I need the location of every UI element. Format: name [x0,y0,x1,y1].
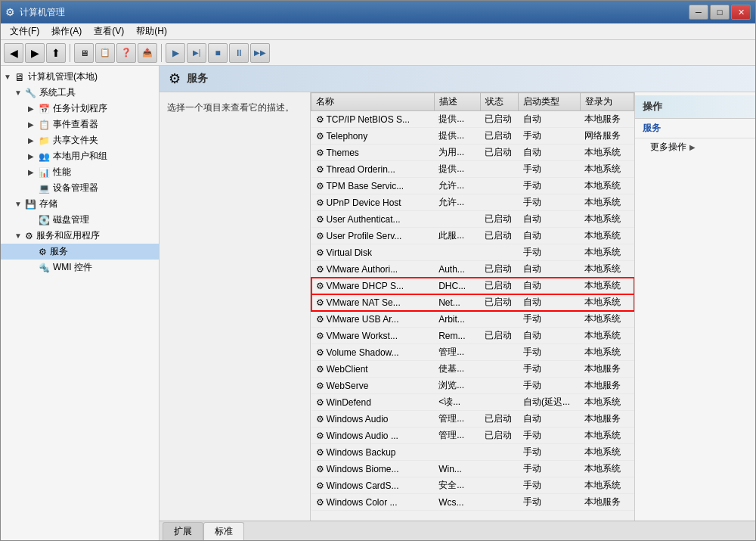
back-button[interactable]: ◀ [4,43,23,63]
service-login: 本地系统 [580,178,634,194]
action-sub-title: 服务 [635,119,755,138]
service-row-icon: ⚙ [316,231,324,241]
menu-file[interactable]: 文件(F) [4,23,45,39]
play-button[interactable]: ▶ [166,43,185,63]
table-row[interactable]: ⚙Thread Orderin...提供...手动本地系统 [311,161,634,178]
sidebar-item-system-tools[interactable]: ▼ 🔧 系统工具 [1,85,159,101]
tab-standard[interactable]: 标准 [203,522,244,540]
service-login: 本地系统 [580,477,634,494]
sidebar-item-event-viewer[interactable]: ▶ 📋 事件查看器 [1,117,159,132]
table-row[interactable]: ⚙Windows CardS...安全...手动本地系统 [311,477,634,494]
minimize-button[interactable]: ─ [689,5,708,20]
table-row[interactable]: ⚙TCP/IP NetBIOS S...提供...已启动自动本地服务 [311,111,634,128]
table-row[interactable]: ⚙Telephony提供...已启动手动网络服务 [311,128,634,145]
close-button[interactable]: ✕ [731,5,751,20]
restart-button[interactable]: ▶▶ [250,43,270,63]
service-name: ⚙VMware USB Ar... [311,311,435,328]
service-name: ⚙Volume Shadow... [311,344,435,361]
stop-button[interactable]: ■ [208,43,228,63]
table-row[interactable]: ⚙VMware Authori...Auth...已启动自动本地系统 [311,261,634,278]
properties-button[interactable]: 📋 [95,43,115,63]
service-status [480,394,519,411]
title-bar-left: ⚙ 计算机管理 [5,6,65,19]
sidebar-item-local-users[interactable]: ▶ 👥 本地用户和组 [1,148,159,164]
table-row[interactable]: ⚙User Profile Serv...此服...已启动自动本地系统 [311,228,634,244]
service-row-icon: ⚙ [316,264,324,275]
col-header-login[interactable]: 登录为 [580,93,634,111]
service-row-icon: ⚙ [316,314,324,325]
system-tools-icon: 🔧 [25,88,36,98]
forward-button[interactable]: ▶ [25,43,45,63]
show-console-button[interactable]: 🖥 [74,43,94,63]
toolbar-sep-2 [161,44,162,62]
sidebar: ▼ 🖥 计算机管理(本地) ▼ 🔧 系统工具 ▶ 📅 任务计划程序 ▶ 📋 事件… [1,66,160,540]
table-row[interactable]: ⚙TPM Base Servic...允许...手动本地系统 [311,178,634,194]
table-row[interactable]: ⚙WebServe浏览...手动本地服务 [311,378,634,394]
sidebar-item-disk-manager[interactable]: 💽 磁盘管理 [1,212,159,228]
more-actions-label: 更多操作 [650,141,686,154]
action-more-button[interactable]: 更多操作 ▶ [635,138,755,156]
service-startup: 自动 [519,411,580,428]
service-startup: 自动 [519,294,580,311]
play2-button[interactable]: ▶| [187,43,206,63]
table-row[interactable]: ⚙VMware NAT Se...Net...已启动自动本地系统 [311,294,634,311]
table-row[interactable]: ⚙Windows Audio ...管理...已启动手动本地系统 [311,428,634,444]
service-desc: 允许... [434,194,480,211]
service-name: ⚙Thread Orderin... [311,161,435,178]
table-row[interactable]: ⚙WinDefend<读...自动(延迟...本地系统 [311,394,634,411]
sidebar-task-label: 任务计划程序 [53,102,107,115]
table-row[interactable]: ⚙WebClient使基...手动本地服务 [311,361,634,378]
sidebar-item-services[interactable]: ⚙ 服务 [1,244,159,260]
service-status: 已启动 [480,328,519,344]
tab-expand[interactable]: 扩展 [163,522,203,540]
sidebar-item-shared-folders[interactable]: ▶ 📁 共享文件夹 [1,132,159,148]
export-button[interactable]: 📤 [138,43,157,63]
services-table-area[interactable]: 名称 描述 状态 启动类型 登录为 ⚙TCP/IP NetBIOS S...提供… [311,92,634,521]
service-desc: 浏览... [434,378,480,394]
service-status: 已启动 [480,211,519,228]
service-startup: 自动 [519,228,580,244]
service-login: 本地系统 [580,161,634,178]
menu-action[interactable]: 操作(A) [45,23,88,39]
sidebar-item-performance[interactable]: ▶ 📊 性能 [1,164,159,180]
table-row[interactable]: ⚙Windows Backup手动本地系统 [311,444,634,461]
table-row[interactable]: ⚙Windows Biome...Win...手动本地系统 [311,461,634,477]
title-bar-buttons: ─ □ ✕ [689,5,751,20]
table-row[interactable]: ⚙VMware USB Ar...Arbit...手动本地系统 [311,311,634,328]
service-status [480,361,519,378]
table-row[interactable]: ⚙Windows Audio管理...已启动自动本地服务 [311,411,634,428]
col-header-name[interactable]: 名称 [311,93,435,111]
col-header-status[interactable]: 状态 [480,93,519,111]
table-row[interactable]: ⚙VMware DHCP S...DHC...已启动自动本地系统 [311,278,634,294]
menu-view[interactable]: 查看(V) [88,23,130,39]
service-startup: 手动 [519,244,580,261]
disk-expand [28,216,39,224]
table-row[interactable]: ⚙VMware Workst...Rem...已启动自动本地系统 [311,328,634,344]
table-row[interactable]: ⚙Windows Color ...Wcs...手动本地服务 [311,494,634,511]
pause-button[interactable]: ⏸ [229,43,249,63]
service-row-icon: ⚙ [316,431,324,441]
sidebar-item-services-apps[interactable]: ▼ ⚙ 服务和应用程序 [1,228,159,244]
sidebar-item-device-manager[interactable]: 💻 设备管理器 [1,180,159,196]
window-icon: ⚙ [5,6,15,18]
up-button[interactable]: ⬆ [46,43,66,63]
table-row[interactable]: ⚙User Authenticat...已启动自动本地系统 [311,211,634,228]
service-name: ⚙Windows Audio ... [311,428,435,444]
help-button[interactable]: ❓ [116,43,136,63]
sidebar-item-task-scheduler[interactable]: ▶ 📅 任务计划程序 [1,101,159,117]
sidebar-item-root[interactable]: ▼ 🖥 计算机管理(本地) [1,69,159,85]
service-login: 本地系统 [580,311,634,328]
col-header-startup[interactable]: 启动类型 [519,93,580,111]
table-row[interactable]: ⚙Volume Shadow...管理...手动本地系统 [311,344,634,361]
maximize-button[interactable]: □ [710,5,730,20]
table-row[interactable]: ⚙Themes为用...已启动自动本地系统 [311,145,634,161]
sidebar-item-storage[interactable]: ▼ 💾 存储 [1,196,159,212]
service-name: ⚙Windows Backup [311,444,435,461]
menu-help[interactable]: 帮助(H) [130,23,173,39]
sidebar-item-wmi[interactable]: 🔩 WMI 控件 [1,260,159,275]
table-row[interactable]: ⚙Virtual Disk手动本地系统 [311,244,634,261]
perf-expand: ▶ [28,168,39,176]
table-row[interactable]: ⚙UPnP Device Host允许...手动本地系统 [311,194,634,211]
col-header-desc[interactable]: 描述 [434,93,480,111]
services-panel-title: 服务 [187,72,208,86]
